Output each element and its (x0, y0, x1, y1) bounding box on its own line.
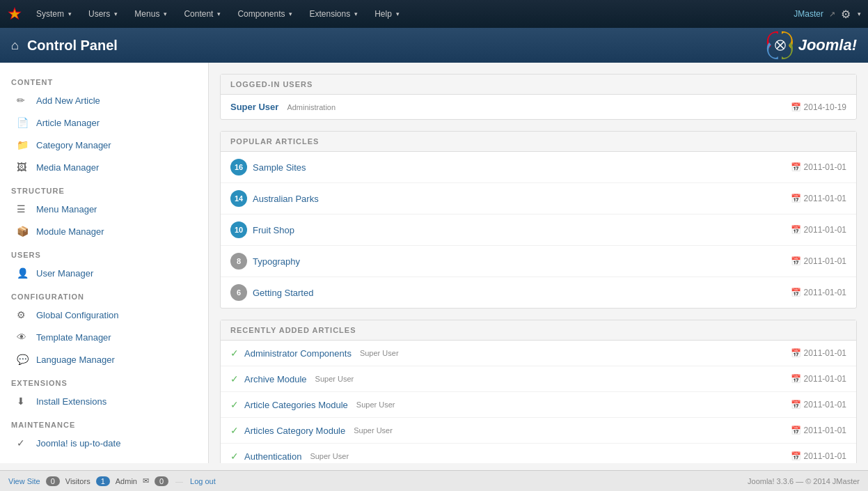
recent-article-link[interactable]: Articles Category Module (244, 426, 345, 436)
content-area: LOGGED-IN USERS Super User Administratio… (209, 63, 868, 463)
external-link-icon: ↗ (829, 10, 835, 19)
article-author: Super User (310, 452, 349, 460)
popular-article-link[interactable]: Getting Started (253, 288, 313, 298)
nav-extensions[interactable]: Extensions▾ (302, 5, 365, 23)
nav-components[interactable]: Components▾ (230, 5, 299, 23)
popular-article-row: 6 Getting Started 📅 2011-01-01 (221, 277, 856, 308)
page-title: Control Panel (27, 38, 118, 54)
article-author: Super User (360, 349, 399, 357)
calendar-icon: 📅 (791, 194, 801, 203)
recent-article-link[interactable]: Archive Module (244, 374, 307, 384)
recent-article-link[interactable]: Administrator Components (244, 348, 352, 359)
eye-icon: 👁 (17, 332, 29, 343)
logged-in-user-info: Super User Administration (230, 102, 336, 112)
sidebar-section-maintenance: MAINTENANCE (0, 412, 208, 432)
sidebar-section-users: USERS (0, 242, 208, 262)
top-user-link[interactable]: JMaster (794, 9, 823, 19)
calendar-icon: 📅 (791, 426, 801, 435)
user-name-link[interactable]: Super User (230, 102, 278, 112)
popular-article-date: 📅 2011-01-01 (791, 288, 846, 297)
recent-article-link[interactable]: Authentication (244, 451, 301, 462)
top-nav-left: System▾ Users▾ Menus▾ Content▾ Component… (7, 5, 407, 23)
sidebar-item-module-manager[interactable]: 📦 Module Manager (0, 220, 208, 242)
calendar-icon: 📅 (791, 162, 801, 172)
article-author: Super User (354, 426, 393, 435)
article-count-badge: 10 (230, 221, 247, 238)
sidebar-section-structure: STRUCTURE (0, 178, 208, 198)
sidebar-item-install-extensions[interactable]: ⬇ Install Extensions (0, 390, 208, 412)
admin-bar-left: ⌂ Control Panel (11, 38, 118, 54)
calendar-icon: 📅 (791, 451, 801, 461)
popular-article-link[interactable]: Fruit Shop (253, 225, 294, 235)
menu-icon: ☰ (17, 203, 29, 215)
recent-article-date: 📅 2011-01-01 (791, 426, 846, 435)
calendar-icon: 📅 (791, 288, 801, 297)
nav-users[interactable]: Users▾ (81, 5, 125, 23)
recent-article-row: ✓ Administrator Components Super User 📅 … (221, 341, 856, 366)
joomla-logo-text: Joomla! (798, 36, 857, 54)
home-icon[interactable]: ⌂ (11, 38, 19, 53)
recent-article-date: 📅 2011-01-01 (791, 451, 846, 461)
check-icon: ✓ (230, 399, 239, 410)
recent-article-link[interactable]: Article Categories Module (244, 400, 348, 410)
top-nav-right: JMaster ↗ ⚙▾ (794, 8, 861, 21)
joomla-logo: Joomla! (766, 31, 857, 59)
sidebar-item-user-manager[interactable]: 👤 User Manager (0, 262, 208, 284)
sidebar-item-article-manager[interactable]: 📄 Article Manager (0, 111, 208, 134)
sidebar-item-menu-manager[interactable]: ☰ Menu Manager (0, 198, 208, 220)
calendar-icon: 📅 (791, 256, 801, 266)
recent-article-row: ✓ Authentication Super User 📅 2011-01-01 (221, 444, 856, 463)
popular-article-link[interactable]: Sample Sites (253, 162, 306, 173)
logged-in-users-panel: LOGGED-IN USERS Super User Administratio… (220, 74, 857, 120)
sidebar: CONTENT ✏ Add New Article 📄 Article Mana… (0, 63, 209, 463)
recent-article-date: 📅 2011-01-01 (791, 348, 846, 358)
settings-icon[interactable]: ⚙ (841, 8, 851, 21)
gear-icon: ⚙ (17, 309, 29, 320)
sidebar-item-category-manager[interactable]: 📁 Category Manager (0, 134, 208, 156)
document-icon: 📄 (17, 117, 29, 128)
sidebar-section-extensions: EXTENSIONS (0, 371, 208, 390)
popular-article-date: 📅 2011-01-01 (791, 194, 846, 203)
popular-article-row: 10 Fruit Shop 📅 2011-01-01 (221, 215, 856, 246)
main-layout: CONTENT ✏ Add New Article 📄 Article Mana… (0, 63, 868, 463)
download-icon: ⬇ (17, 396, 29, 407)
nav-menus[interactable]: Menus▾ (127, 5, 174, 23)
article-count-badge: 14 (230, 190, 247, 207)
user-role-label: Administration (287, 103, 336, 111)
top-navigation: System▾ Users▾ Menus▾ Content▾ Component… (0, 0, 868, 28)
check-icon: ✓ (230, 348, 239, 359)
sidebar-item-global-configuration[interactable]: ⚙ Global Configuration (0, 304, 208, 326)
popular-article-row: 16 Sample Sites 📅 2011-01-01 (221, 152, 856, 183)
recently-added-header: RECENTLY ADDED ARTICLES (221, 320, 856, 341)
popular-article-row: 14 Australian Parks 📅 2011-01-01 (221, 183, 856, 215)
settings-caret: ▾ (858, 10, 861, 17)
calendar-icon: 📅 (791, 374, 801, 384)
sidebar-item-template-manager[interactable]: 👁 Template Manager (0, 326, 208, 348)
popular-article-date: 📅 2011-01-01 (791, 162, 846, 172)
popular-articles-header: POPULAR ARTICLES (221, 132, 856, 152)
article-count-badge: 8 (230, 253, 247, 270)
nav-help[interactable]: Help▾ (368, 5, 407, 23)
popular-article-link[interactable]: Typography (253, 256, 300, 267)
popular-article-link[interactable]: Australian Parks (253, 194, 319, 204)
logged-in-user-date: 📅 2014-10-19 (791, 102, 846, 112)
recent-article-row: ✓ Archive Module Super User 📅 2011-01-01 (221, 366, 856, 392)
article-count-badge: 16 (230, 159, 247, 176)
calendar-icon: 📅 (791, 400, 801, 410)
recently-added-panel: RECENTLY ADDED ARTICLES ✓ Administrator … (220, 320, 857, 463)
user-icon: 👤 (17, 267, 29, 279)
nav-system[interactable]: System▾ (29, 5, 79, 23)
recent-article-date: 📅 2011-01-01 (791, 400, 846, 410)
joomla-logo-icon (766, 31, 794, 59)
checkmark-icon: ✓ (17, 437, 29, 449)
recent-article-row: ✓ Articles Category Module Super User 📅 … (221, 418, 856, 444)
sidebar-item-media-manager[interactable]: 🖼 Media Manager (0, 156, 208, 178)
nav-content[interactable]: Content▾ (177, 5, 228, 23)
folder-icon: 📁 (17, 139, 29, 150)
logged-in-users-header: LOGGED-IN USERS (221, 75, 856, 95)
sidebar-section-configuration: CONFIGURATION (0, 284, 208, 304)
sidebar-item-add-new-article[interactable]: ✏ Add New Article (0, 89, 208, 111)
sidebar-item-language-manager[interactable]: 💬 Language Manager (0, 348, 208, 371)
admin-bar: ⌂ Control Panel Joomla! (0, 28, 868, 63)
sidebar-item-joomla-uptodate[interactable]: ✓ Joomla! is up-to-date (0, 432, 208, 454)
